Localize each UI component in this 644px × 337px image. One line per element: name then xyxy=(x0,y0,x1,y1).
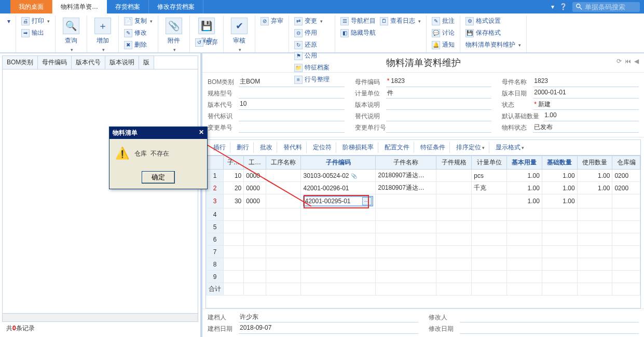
grid-cell[interactable] xyxy=(612,246,640,258)
grid-cell[interactable] xyxy=(224,233,244,246)
grid-cell[interactable] xyxy=(577,271,612,283)
grid-cell[interactable]: pcs xyxy=(472,170,507,182)
unaudit-button[interactable]: ⊘弃审 xyxy=(258,16,285,26)
grid-toolbar-排序定位[interactable]: 排序定位 xyxy=(452,142,489,153)
grid-cell[interactable] xyxy=(577,233,612,246)
restore-button[interactable]: ↻还原 xyxy=(292,39,332,50)
table-row[interactable]: 220000042001-00296-0120180907通达…千克1.001.… xyxy=(207,182,640,194)
grid-cell[interactable]: 8 xyxy=(207,258,224,271)
tab-bom-maint[interactable]: 物料清单资… xyxy=(52,0,107,13)
grid-cell[interactable] xyxy=(301,246,376,258)
grid-cell[interactable] xyxy=(376,194,436,208)
grid-cell[interactable]: 3 xyxy=(207,194,224,208)
grid-cell[interactable] xyxy=(376,271,436,283)
grid-col-header[interactable]: 子件规格 xyxy=(436,156,472,170)
global-search[interactable] xyxy=(572,2,640,12)
grid-cell[interactable] xyxy=(244,233,266,246)
discuss-button[interactable]: 💬讨论 xyxy=(430,27,457,38)
ver-code-value[interactable]: 10 xyxy=(239,100,345,110)
grid-cell[interactable] xyxy=(266,246,301,258)
grid-cell[interactable] xyxy=(244,221,266,233)
grid-cell[interactable]: 1 xyxy=(207,170,224,182)
grid-toolbar-配置文件[interactable]: 配置文件 xyxy=(380,142,414,153)
grid-cell[interactable]: 20180907通达… xyxy=(376,182,436,194)
left-header-cell[interactable]: 版本代号 xyxy=(72,56,105,69)
grid-cell[interactable] xyxy=(507,208,542,221)
ver-note-value[interactable] xyxy=(386,100,492,110)
grid-cell[interactable]: 42001-00296-01 xyxy=(301,182,376,194)
pagename-dropdown[interactable]: 物料清单资料维护 xyxy=(463,39,523,50)
grid-cell[interactable] xyxy=(436,208,472,221)
left-header-cell[interactable]: 母件编码 xyxy=(38,56,72,69)
add-button[interactable]: ＋增加 xyxy=(90,16,115,54)
grid-cell[interactable] xyxy=(301,221,376,233)
grid-cell[interactable] xyxy=(436,221,472,233)
close-icon[interactable]: ✕ xyxy=(199,129,204,137)
grid-cell[interactable] xyxy=(244,271,266,283)
grid-cell[interactable] xyxy=(266,271,301,283)
grid-cell[interactable]: 1.00 xyxy=(507,194,542,208)
grid-col-header[interactable]: 子件名称 xyxy=(376,156,436,170)
grid-cell[interactable] xyxy=(436,271,472,283)
grid-cell[interactable]: 4 xyxy=(207,208,224,221)
grid-cell[interactable] xyxy=(224,208,244,221)
grid-cell[interactable]: 0000 xyxy=(244,170,266,182)
change-button[interactable]: ⇄变更 xyxy=(292,16,332,26)
grid-cell[interactable] xyxy=(266,221,301,233)
grid-cell[interactable] xyxy=(612,208,640,221)
grid-cell[interactable] xyxy=(612,194,640,208)
grid-toolbar-替代料[interactable]: 替代料 xyxy=(279,142,307,153)
grid-col-header[interactable]: 工… xyxy=(244,156,266,170)
grid-col-header[interactable]: 仓库编 xyxy=(612,156,640,170)
grid-cell[interactable]: 10 xyxy=(224,170,244,182)
lookup-icon[interactable]: ⋯ xyxy=(362,197,372,205)
table-row[interactable]: 8 xyxy=(207,258,640,271)
grid-cell[interactable] xyxy=(301,233,376,246)
format-set-button[interactable]: ⚙格式设置 xyxy=(463,16,523,26)
grid-cell[interactable] xyxy=(472,233,507,246)
attach-button[interactable]: 📎附件 xyxy=(161,16,186,54)
grid-cell[interactable] xyxy=(436,246,472,258)
refresh-icon[interactable]: ⟳ xyxy=(616,58,622,65)
grid-col-header[interactable]: 子件编码 xyxy=(301,156,376,170)
grid-cell[interactable] xyxy=(507,258,542,271)
grid-cell[interactable] xyxy=(376,208,436,221)
grid-cell[interactable] xyxy=(244,246,266,258)
grid-cell[interactable] xyxy=(266,258,301,271)
grid-cell[interactable] xyxy=(266,208,301,221)
grid-cell[interactable] xyxy=(301,258,376,271)
grid-cell[interactable] xyxy=(472,271,507,283)
export-button[interactable]: ➡输出 xyxy=(19,27,52,38)
grid-cell[interactable]: 2 xyxy=(207,182,224,194)
audit-button[interactable]: ✔审核 xyxy=(227,16,252,54)
grid-cell[interactable]: 千克 xyxy=(472,182,507,194)
grid-toolbar-特征条件[interactable]: 特征条件 xyxy=(416,142,450,153)
grid-cell[interactable] xyxy=(376,233,436,246)
left-header-cell[interactable]: BOM类别 xyxy=(3,56,38,69)
grid-cell[interactable] xyxy=(376,221,436,233)
grid-cell[interactable] xyxy=(612,233,640,246)
search-input[interactable] xyxy=(585,3,637,11)
table-row[interactable]: 110000030103-00524-02 📎20180907通达…pcs1.0… xyxy=(207,170,640,182)
left-header-cell[interactable]: 版本说明 xyxy=(105,56,139,69)
grid-cell[interactable] xyxy=(224,246,244,258)
left-header-cell[interactable]: 版 xyxy=(139,56,154,69)
grid-cell[interactable] xyxy=(472,258,507,271)
grid-cell[interactable]: 1.00 xyxy=(542,170,577,182)
grid-cell[interactable] xyxy=(436,170,472,182)
alt-note-value[interactable] xyxy=(386,111,492,121)
grid-cell[interactable] xyxy=(244,258,266,271)
grid-cell[interactable]: 1.00 xyxy=(542,182,577,194)
attachment-icon[interactable]: 📎 xyxy=(351,173,357,179)
default-base-value[interactable]: 1.00 xyxy=(543,111,639,121)
grid-col-header[interactable]: 工序名称 xyxy=(266,156,301,170)
grid-cell[interactable]: 0200 xyxy=(612,170,640,182)
grid-cell[interactable]: 1.00 xyxy=(577,170,612,182)
bom-type-value[interactable]: 主BOM xyxy=(239,77,345,87)
grid-cell[interactable] xyxy=(266,194,301,208)
tab-desktop[interactable]: 我的桌面 xyxy=(10,0,52,13)
dialog-ok-button[interactable]: 确定 xyxy=(142,171,175,184)
table-row[interactable]: 4 xyxy=(207,208,640,221)
grid-cell[interactable] xyxy=(224,221,244,233)
grid-toolbar-插行[interactable]: 插行 xyxy=(209,142,230,153)
